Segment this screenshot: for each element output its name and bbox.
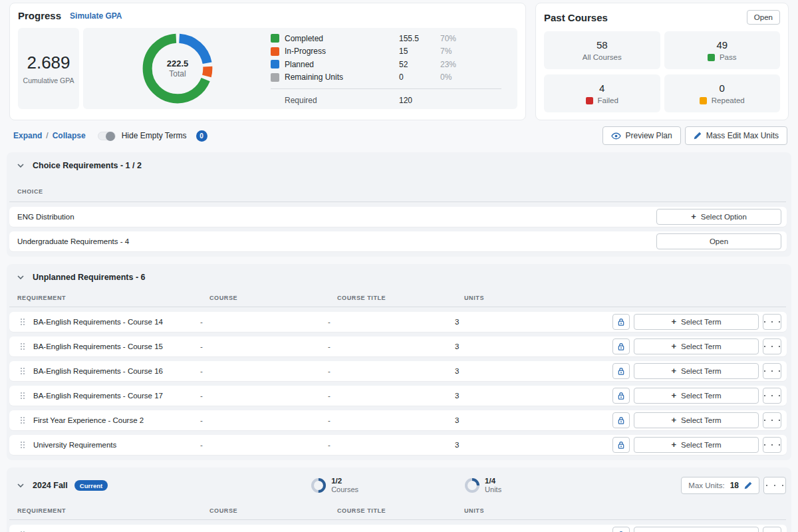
lock-button[interactable]: [612, 527, 630, 532]
more-options-button[interactable]: [763, 338, 781, 354]
units-progress: 1/4 Units: [465, 476, 501, 495]
lock-icon: [617, 367, 625, 376]
stat-repeated: 0 Repeated: [664, 74, 781, 112]
lock-button[interactable]: [612, 388, 630, 404]
select-term-button[interactable]: +Select Term: [634, 412, 759, 428]
term-more-options-button[interactable]: [763, 477, 786, 494]
legend-item-in-progress: In-Progress 15 7%: [271, 45, 512, 58]
term-2024-fall-section: 2024 Fall Current 1/2 Courses 1/4 Units: [7, 467, 791, 532]
lock-button[interactable]: [612, 363, 630, 379]
select-term-button[interactable]: +Select Term: [634, 338, 759, 354]
units-progress-donut: [465, 478, 479, 493]
select-option-button[interactable]: + Select Option: [656, 209, 781, 225]
lock-icon: [617, 318, 625, 327]
pass-swatch: [708, 54, 715, 61]
unplanned-table-header: REQUIREMENT COURSE COURSE TITLE UNITS: [9, 291, 786, 307]
chevron-down-icon[interactable]: [17, 164, 24, 168]
planned-swatch: [271, 60, 279, 68]
unplanned-section-title: Unplanned Requirements - 6: [33, 273, 145, 282]
chevron-down-icon[interactable]: [17, 275, 24, 279]
legend-divider: [271, 88, 501, 89]
select-term-button[interactable]: +Select Term: [634, 437, 759, 453]
cumulative-gpa-value: 2.689: [27, 53, 70, 73]
choice-row-undergraduate-requirements: Undergraduate Requirements - 4 Open: [9, 231, 787, 251]
current-term-badge: Current: [74, 480, 108, 491]
pencil-icon: [694, 132, 702, 140]
select-term-button[interactable]: +Select Term: [634, 363, 759, 379]
completed-swatch: [271, 34, 279, 43]
past-courses-stats: 58 All Courses 49 Pass 4 Failed: [544, 31, 780, 112]
term-section-header[interactable]: 2024 Fall Current 1/2 Courses 1/4 Units: [7, 467, 791, 502]
lock-button[interactable]: [612, 314, 630, 330]
more-options-button[interactable]: [763, 363, 781, 379]
plus-icon: +: [671, 391, 676, 400]
table-row: Complete 9 hours of Advanced - Course 1 …: [9, 525, 787, 532]
repeated-swatch: [700, 97, 707, 104]
choice-column-header: CHOICE: [17, 188, 43, 195]
lock-icon: [617, 441, 625, 450]
stat-pass: 49 Pass: [664, 31, 781, 69]
past-courses-open-button[interactable]: Open: [747, 10, 780, 25]
hide-empty-terms-label: Hide Empty Terms: [122, 131, 187, 140]
drag-handle-icon[interactable]: [20, 342, 33, 350]
mass-edit-max-units-button[interactable]: Mass Edit Max Units: [685, 126, 787, 145]
term-table-header: REQUIREMENT COURSE COURSE TITLE UNITS: [9, 503, 786, 520]
top-cards-row: Progress Simulate GPA 2.689 Cumulative G…: [9, 3, 789, 120]
lock-icon: [617, 342, 625, 351]
drag-handle-icon[interactable]: [20, 392, 33, 400]
more-options-button[interactable]: [763, 437, 781, 453]
choice-requirements-section: Choice Requirements - 1 / 2 CHOICE ENG D…: [7, 152, 791, 257]
table-row: First Year Experience - Course 2 - - 3 +…: [9, 410, 787, 430]
expand-link[interactable]: Expand: [13, 131, 42, 140]
more-options-button[interactable]: [763, 412, 781, 428]
preview-plan-button[interactable]: Preview Plan: [602, 126, 681, 145]
courses-progress: 1/2 Courses: [311, 476, 358, 495]
legend-item-completed: Completed 155.5 70%: [271, 32, 512, 45]
failed-swatch: [586, 97, 593, 104]
select-term-button[interactable]: +Select Term: [634, 388, 759, 404]
lock-button[interactable]: [612, 338, 630, 354]
hide-empty-terms-toggle[interactable]: [98, 132, 116, 140]
choice-column-header-row: CHOICE: [9, 180, 786, 202]
gpa-tile: 2.689 Cumulative GPA: [18, 28, 79, 109]
progress-donut-chart: 222.5 Total: [142, 33, 213, 104]
table-row: BA-English Requirements - Course 14 - - …: [9, 312, 787, 332]
remaining-units-swatch: [271, 73, 279, 82]
unplanned-section-header[interactable]: Unplanned Requirements - 6: [7, 264, 791, 289]
progress-chart-tile: 222.5 Total Completed 155.5 70% In-Progr…: [83, 28, 517, 109]
stat-failed: 4 Failed: [544, 74, 660, 112]
table-row: BA-English Requirements - Course 16 - - …: [9, 361, 787, 381]
chevron-down-icon[interactable]: [17, 483, 24, 487]
collapse-link[interactable]: Collapse: [53, 131, 86, 140]
progress-card-header: Progress Simulate GPA: [18, 10, 517, 21]
progress-title: Progress: [18, 10, 61, 21]
lock-button[interactable]: [612, 412, 630, 428]
more-options-button[interactable]: [763, 314, 781, 330]
pencil-icon: [744, 481, 752, 489]
lock-icon: [617, 416, 625, 425]
drag-handle-icon[interactable]: [20, 367, 33, 375]
drag-handle-icon[interactable]: [20, 441, 33, 449]
select-term-button[interactable]: +Select Term: [634, 314, 759, 330]
plan-toolbar: Expand / Collapse Hide Empty Terms 0 Pre…: [13, 126, 787, 145]
lock-button[interactable]: [612, 437, 630, 453]
plus-icon: +: [671, 342, 676, 350]
eye-icon: [611, 132, 621, 140]
max-units-button[interactable]: Max Units: 18: [681, 477, 759, 494]
select-course-button[interactable]: +Select Course: [634, 527, 759, 532]
plus-icon: +: [671, 317, 676, 326]
toggle-knob: [106, 132, 115, 141]
more-options-button[interactable]: [763, 527, 781, 532]
past-courses-title: Past Courses: [544, 12, 608, 23]
legend-item-planned: Planned 52 23%: [271, 58, 512, 71]
drag-handle-icon[interactable]: [20, 318, 33, 326]
drag-handle-icon[interactable]: [20, 416, 33, 424]
lock-icon: [617, 392, 625, 400]
in-progress-swatch: [271, 47, 279, 56]
legend-item-required: Required 120: [271, 94, 512, 107]
choice-row-eng-distribution: ENG Distribution + Select Option: [9, 207, 787, 227]
open-requirement-button[interactable]: Open: [656, 233, 781, 249]
more-options-button[interactable]: [763, 388, 781, 404]
simulate-gpa-link[interactable]: Simulate GPA: [70, 11, 122, 21]
choice-section-header[interactable]: Choice Requirements - 1 / 2: [7, 152, 791, 178]
